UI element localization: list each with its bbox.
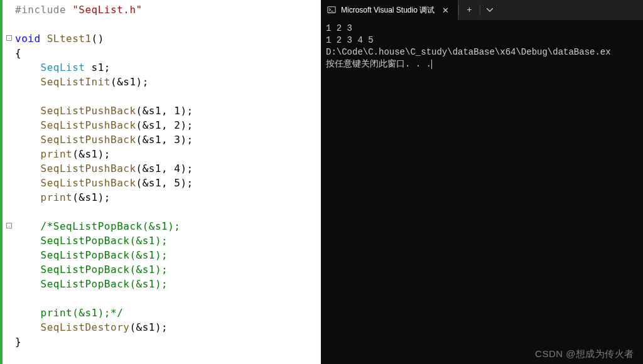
editor-gutter: -- (0, 0, 13, 364)
terminal-pane: Microsoft Visual Studio 调试 ✕ + 1 2 31 2 … (321, 0, 643, 364)
code-line[interactable]: SeqListPushBack(&s1, 1); (15, 104, 321, 118)
terminal-line: 1 2 3 (326, 23, 638, 35)
watermark: CSDN @想成为传火者 (535, 348, 637, 360)
terminal-tab-bar: Microsoft Visual Studio 调试 ✕ + (321, 0, 643, 20)
terminal-tab-title: Microsoft Visual Studio 调试 (341, 5, 435, 16)
code-line[interactable]: SeqListPopBack(&s1); (15, 262, 321, 277)
terminal-output[interactable]: 1 2 31 2 3 4 5D:\Code\C.house\C_study\da… (321, 20, 643, 364)
code-editor-pane: -- #include "SeqList.h" void SLtest1(){ … (0, 0, 321, 364)
terminal-app-icon (327, 6, 336, 14)
code-line[interactable]: SeqListPushBack(&s1, 4); (15, 161, 321, 176)
code-line[interactable]: SeqList s1; (15, 60, 321, 75)
code-line[interactable]: print(&s1); (15, 147, 321, 161)
code-line[interactable] (15, 205, 321, 219)
code-line[interactable]: SeqListPushBack(&s1, 3); (15, 132, 321, 147)
code-line[interactable]: SeqListPopBack(&s1); (15, 233, 321, 248)
watermark-handle: @想成为传火者 (566, 348, 634, 359)
code-line[interactable] (15, 17, 321, 31)
code-line[interactable]: /*SeqListPopBack(&s1); (15, 219, 321, 233)
close-icon[interactable]: ✕ (440, 6, 451, 15)
code-line[interactable]: { (15, 46, 321, 60)
code-line[interactable]: SeqListPushBack(&s1, 2); (15, 118, 321, 132)
watermark-platform: CSDN (535, 348, 563, 359)
code-line[interactable]: print(&s1); (15, 190, 321, 205)
code-line[interactable]: void SLtest1() (15, 31, 321, 46)
code-line[interactable]: SeqListPushBack(&s1, 5); (15, 176, 321, 190)
terminal-line: D:\Code\C.house\C_study\dataBase\x64\Deb… (326, 46, 638, 58)
terminal-cursor (431, 60, 432, 69)
code-line[interactable]: SeqListPopBack(&s1); (15, 277, 321, 291)
tab-dropdown-button[interactable] (480, 7, 499, 14)
code-line[interactable] (15, 291, 321, 306)
code-line[interactable]: SeqListInit(&s1); (15, 75, 321, 89)
fold-marker[interactable]: - (6, 223, 12, 228)
code-line[interactable]: #include "SeqList.h" (15, 3, 321, 17)
code-line[interactable]: } (15, 335, 321, 349)
editor-content[interactable]: #include "SeqList.h" void SLtest1(){ Seq… (13, 0, 321, 364)
svg-rect-0 (328, 7, 335, 13)
code-line[interactable]: print(&s1);*/ (15, 306, 321, 320)
new-tab-button[interactable]: + (459, 5, 479, 15)
code-line[interactable]: SeqListPopBack(&s1); (15, 248, 321, 262)
terminal-tab-active[interactable]: Microsoft Visual Studio 调试 ✕ (321, 0, 458, 20)
code-line[interactable]: SeqListDestory(&s1); (15, 320, 321, 335)
terminal-line: 1 2 3 4 5 (326, 35, 638, 46)
code-line[interactable] (15, 89, 321, 104)
terminal-line: 按任意键关闭此窗口. . . (326, 58, 638, 70)
fold-marker[interactable]: - (6, 35, 12, 41)
